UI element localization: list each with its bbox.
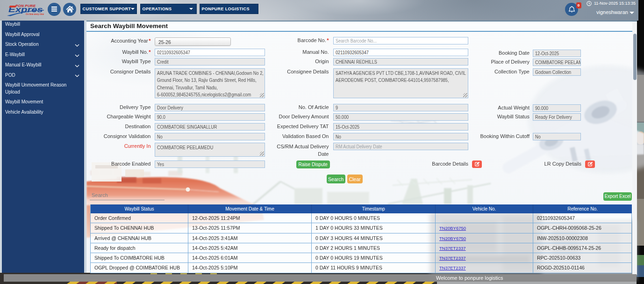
cell-vehicle: TN37ET2337 [436,263,533,273]
top-navigation-bar: Expres PON PURE On time every time CUSTO… [0,0,638,21]
place-of-delivery-input: COIMBATORE PEELAMEDU [533,58,581,66]
field-value: No [535,134,541,140]
origin-input: CHENNAI REDHILLS [333,58,468,66]
sidebar-item-waybill[interactable]: Waybill [2,20,84,30]
cell-vehicle: TN37ET2337 [436,253,533,263]
cell-reference: INW-202510-00002308 [533,233,632,243]
label-text: Consignee Details [287,69,329,74]
expected-delivery-tat-input: 15-Oct-2025 [333,123,468,131]
label-csrm-actual-delivery-date: CS/RM Actual Delivery Date [273,143,329,158]
export-excel-button[interactable]: Export Excel [603,192,632,201]
resize-grip [260,93,264,97]
label-manual-no: Manual No. [248,49,329,55]
cell-vehicle [436,213,533,223]
table-row: Shipped To CHENNAI HUB 13-Oct-2025 11:57… [90,223,632,233]
notification-badge: 0 [576,2,581,8]
label-text: Door Delivery Amount [279,114,329,119]
cell-reference: ROGD-202510-01146 [533,263,632,273]
hamburger-menu-button[interactable] [48,3,61,16]
caret-down-icon [189,8,193,10]
clear-button[interactable]: Clear [347,175,363,183]
user-menu[interactable]: vigneshwaran [596,9,628,15]
vehicle-link[interactable]: TN37ET2337 [439,255,466,261]
raise-dispute-button[interactable]: Raise Dispute [296,160,330,169]
col-header-movement-date-time[interactable]: Movement Date & Time [188,204,312,214]
field-placeholder: Search Barcode No... [336,38,377,44]
menu-ponpure-logistics[interactable]: PONPURE LOGISTICS [200,4,258,14]
sidebar-item-label: E-Waybill [5,52,25,57]
label-delivery-type: Delivery Type [70,104,151,110]
cell-datetime: 12-Oct-2025 11:24PM [188,213,312,223]
sidebar-item-waybill-unmovement-reason-upload[interactable]: Waybill Unmovement Reason Upload [2,80,84,97]
sidebar-item-label: Vehicle Availability [5,109,43,115]
col-header-reference-no[interactable]: Reference No. [533,204,632,214]
field-value: COIMBATORE PEELAMEDU [535,60,581,66]
col-header-vehicle-no[interactable]: Vehicle No. [436,204,533,214]
vertical-scrollbar[interactable] [632,22,637,274]
label-text: Waybill No. [122,49,148,55]
cell-vehicle: TN37ET2337 [436,243,533,253]
home-icon [66,6,74,13]
label-place-of-delivery: Place of Delivery [449,59,530,65]
manual-no-input[interactable]: 02110932605347 [333,49,468,56]
caret-down-icon [131,8,135,10]
label-chargeable-weight: Chargeable Weight [70,114,151,120]
field-value: Godown Collection [535,70,571,75]
menu-label: OPERATIONS [143,7,172,11]
menu-customer-support[interactable]: CUSTOMER SUPPORT [80,4,137,14]
search-button[interactable]: Search [327,175,345,183]
sidebar-item-label: Waybill [5,22,20,27]
field-value: Ready For Delivery [535,115,572,120]
barcode-details-edit-button[interactable] [472,160,482,168]
label-booking-date: Booking Date [449,50,530,56]
table-search-input[interactable]: Search [90,192,165,201]
label-text: Waybill Type [122,58,151,64]
booking-date-input: 12-Oct-2025 [533,50,581,57]
validation-based-on-input: No [333,133,468,140]
field-placeholder: RM Actual Delivery Date [336,144,382,150]
lr-copy-details-edit-button[interactable] [585,160,595,168]
vehicle-link[interactable]: TN37ET2337 [439,265,466,270]
label-destination: Destination [70,124,151,130]
no-of-article-input: 9 [333,104,468,111]
label-text: Accounting Year [111,38,148,44]
vehicle-link[interactable]: TN20BY6750 [439,236,466,241]
cell-vehicle: TN20BY6750 [436,233,533,243]
field-value: 50.000 [336,115,349,120]
accounting-year-select[interactable]: 25-26 [155,37,231,46]
cell-datetime: 14-Oct-2025 6:01AM [188,253,312,263]
vehicle-link[interactable]: TN20BY6750 [439,226,466,231]
actual-weight-input: 90.000 [533,104,581,112]
textarea-text: SATHYA AGENCIES PVT LTD CBE,1708-1,AVINA… [336,70,467,84]
menu-operations[interactable]: OPERATIONS [140,4,197,14]
cell-datetime: 13-Oct-2025 11:57PM [188,223,312,233]
label-no-of-article: No. Of Article [248,104,329,110]
scrollbar-thumb[interactable] [633,34,637,80]
label-booking-within-cutoff: Booking Within Cutoff [449,133,530,139]
caret-down-icon[interactable] [630,12,634,14]
home-button[interactable] [63,3,76,16]
field-value: Door Delivery [157,105,183,111]
barcode-no-input[interactable]: Search Barcode No... [333,37,468,44]
label-consignor-validation: Consignor Validation [70,133,151,139]
table-row: Ready for dispatch 14-Oct-2025 5:42AM 0 … [90,243,632,253]
cell-timestamp: 1 DAY 0 HOURS 33 MINUTES [312,223,436,233]
col-header-timestamp[interactable]: Timestamp [312,204,436,214]
barcode-enabled-input: Yes [155,160,265,168]
field-value: 9 [336,105,338,111]
cell-timestamp: 0 DAY 11 HOURS 9 MINUTES [312,263,436,273]
field-value: No [336,134,341,140]
label-text: Booking Within Cutoff [480,133,530,139]
label-text: Barcode No. [298,37,326,43]
label-text: Booking Date [499,50,530,56]
label-text: Manual No. [302,49,329,55]
col-header-waybill-status[interactable]: Waybill Status [90,204,188,214]
label-lr-copy-details: LR Copy Details [501,161,581,167]
ponpure-express-logo[interactable]: Expres PON PURE On time every time [7,2,53,18]
vehicle-link[interactable]: TN37ET2337 [439,246,466,251]
label-barcode-details: Barcode Details [388,161,468,167]
label-consignor-details: Consignor Details [70,69,151,75]
label-text: Validation Based On [282,133,329,139]
field-value: 02110932605347 [336,50,369,56]
bell-icon [568,6,575,13]
